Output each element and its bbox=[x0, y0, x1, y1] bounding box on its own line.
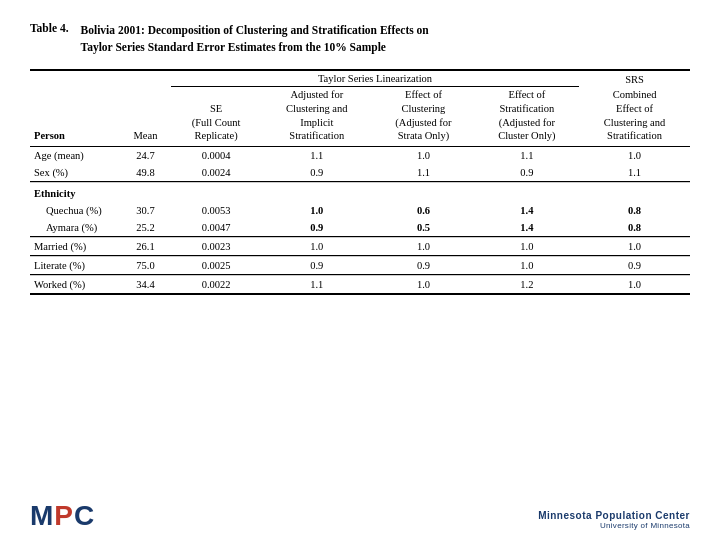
cell-combined: 1.0 bbox=[579, 275, 690, 294]
mpc-letters: M P C bbox=[30, 502, 94, 530]
table-container: Taylor Series Linearization SRS Person M… bbox=[30, 69, 690, 295]
cell-person: Ethnicity bbox=[30, 182, 120, 202]
col-header-adj: Adjusted forClustering andImplicitStrati… bbox=[261, 87, 372, 147]
cell-eff_strat: 1.1 bbox=[475, 146, 579, 164]
umn-logo: Minnesota Population Center University o… bbox=[538, 510, 690, 530]
table-row: Quechua (%)30.70.00531.00.61.40.8 bbox=[30, 202, 690, 219]
col-header-person: Person bbox=[30, 87, 120, 147]
page: Table 4. Bolivia 2001: Decomposition of … bbox=[0, 0, 720, 540]
cell-adj: 1.1 bbox=[261, 275, 372, 294]
cell-person: Age (mean) bbox=[30, 146, 120, 164]
cell-combined: 1.0 bbox=[579, 237, 690, 255]
cell-eff_clust: 0.9 bbox=[372, 256, 474, 274]
col-header-se: SE(Full CountReplicate) bbox=[171, 87, 261, 147]
cell-mean: 24.7 bbox=[120, 146, 171, 164]
cell-se: 0.0024 bbox=[171, 164, 261, 182]
tsl-srs-header-row: Taylor Series Linearization SRS bbox=[30, 71, 690, 87]
cell-eff_strat: 0.9 bbox=[475, 164, 579, 182]
col-header-eff-strat: Effect ofStratification(Adjusted forClus… bbox=[475, 87, 579, 147]
cell-adj: 0.9 bbox=[261, 164, 372, 182]
table-row: Married (%)26.10.00231.01.01.01.0 bbox=[30, 237, 690, 255]
cell-eff_clust: 0.5 bbox=[372, 219, 474, 237]
cell-se bbox=[171, 182, 261, 202]
cell-mean: 25.2 bbox=[120, 219, 171, 237]
cell-adj: 0.9 bbox=[261, 219, 372, 237]
cell-se: 0.0047 bbox=[171, 219, 261, 237]
cell-person: Literate (%) bbox=[30, 256, 120, 274]
cell-combined: 0.8 bbox=[579, 219, 690, 237]
cell-eff_clust: 1.1 bbox=[372, 164, 474, 182]
cell-adj: 0.9 bbox=[261, 256, 372, 274]
cell-person: Sex (%) bbox=[30, 164, 120, 182]
table-row: Age (mean)24.70.00041.11.01.11.0 bbox=[30, 146, 690, 164]
title-line1: Bolivia 2001: Decomposition of Clusterin… bbox=[81, 24, 429, 36]
cell-se: 0.0022 bbox=[171, 275, 261, 294]
cell-eff_strat: 1.4 bbox=[475, 219, 579, 237]
cell-mean: 26.1 bbox=[120, 237, 171, 255]
title-block: Table 4. Bolivia 2001: Decomposition of … bbox=[30, 22, 690, 55]
main-table: Taylor Series Linearization SRS Person M… bbox=[30, 69, 690, 295]
cell-se: 0.0025 bbox=[171, 256, 261, 274]
cell-combined: 1.1 bbox=[579, 164, 690, 182]
cell-adj bbox=[261, 182, 372, 202]
mpc-m-letter: M bbox=[30, 502, 53, 530]
cell-mean: 49.8 bbox=[120, 164, 171, 182]
cell-eff_clust: 1.0 bbox=[372, 146, 474, 164]
mpc-logo: M P C bbox=[30, 502, 94, 530]
cell-combined bbox=[579, 182, 690, 202]
cell-adj: 1.0 bbox=[261, 237, 372, 255]
cell-eff_strat: 1.4 bbox=[475, 202, 579, 219]
cell-mean: 30.7 bbox=[120, 202, 171, 219]
table-row: Literate (%)75.00.00250.90.91.00.9 bbox=[30, 256, 690, 274]
cell-combined: 0.8 bbox=[579, 202, 690, 219]
mpc-c-letter: C bbox=[74, 502, 94, 530]
cell-person: Aymara (%) bbox=[30, 219, 120, 237]
table-row: Ethnicity bbox=[30, 182, 690, 202]
table-row: Worked (%)34.40.00221.11.01.21.0 bbox=[30, 275, 690, 294]
table-row: Sex (%)49.80.00240.91.10.91.1 bbox=[30, 164, 690, 182]
cell-combined: 1.0 bbox=[579, 146, 690, 164]
col-header-combined: CombinedEffect ofClustering andStratific… bbox=[579, 87, 690, 147]
cell-person: Married (%) bbox=[30, 237, 120, 255]
cell-eff_clust: 1.0 bbox=[372, 275, 474, 294]
cell-mean: 75.0 bbox=[120, 256, 171, 274]
cell-se: 0.0023 bbox=[171, 237, 261, 255]
table-body: Age (mean)24.70.00041.11.01.11.0Sex (%)4… bbox=[30, 146, 690, 294]
cell-eff_strat: 1.2 bbox=[475, 275, 579, 294]
footer: M P C Minnesota Population Center Univer… bbox=[30, 502, 690, 530]
cell-person: Worked (%) bbox=[30, 275, 120, 294]
table-label: Table 4. bbox=[30, 22, 69, 55]
cell-eff_clust: 1.0 bbox=[372, 237, 474, 255]
title-line2: Taylor Series Standard Error Estimates f… bbox=[81, 41, 386, 53]
cell-person: Quechua (%) bbox=[30, 202, 120, 219]
umn-top-line: Minnesota Population Center bbox=[538, 510, 690, 521]
cell-mean bbox=[120, 182, 171, 202]
cell-se: 0.0053 bbox=[171, 202, 261, 219]
cell-combined: 0.9 bbox=[579, 256, 690, 274]
cell-se: 0.0004 bbox=[171, 146, 261, 164]
cell-adj: 1.1 bbox=[261, 146, 372, 164]
column-header-row: Person Mean SE(Full CountReplicate) Adju… bbox=[30, 87, 690, 147]
cell-mean: 34.4 bbox=[120, 275, 171, 294]
cell-eff_strat bbox=[475, 182, 579, 202]
srs-header-cell: SRS bbox=[579, 71, 690, 87]
cell-eff_clust: 0.6 bbox=[372, 202, 474, 219]
title-text: Bolivia 2001: Decomposition of Clusterin… bbox=[81, 22, 429, 55]
table-row: Aymara (%)25.20.00470.90.51.40.8 bbox=[30, 219, 690, 237]
col-header-eff-clust: Effect ofClustering(Adjusted forStrata O… bbox=[372, 87, 474, 147]
cell-eff_strat: 1.0 bbox=[475, 256, 579, 274]
cell-eff_strat: 1.0 bbox=[475, 237, 579, 255]
cell-adj: 1.0 bbox=[261, 202, 372, 219]
tsl-header-cell: Taylor Series Linearization bbox=[171, 71, 579, 87]
umn-bottom-line: University of Minnesota bbox=[538, 521, 690, 530]
cell-eff_clust bbox=[372, 182, 474, 202]
col-header-mean: Mean bbox=[120, 87, 171, 147]
mpc-p-letter: P bbox=[54, 502, 73, 530]
